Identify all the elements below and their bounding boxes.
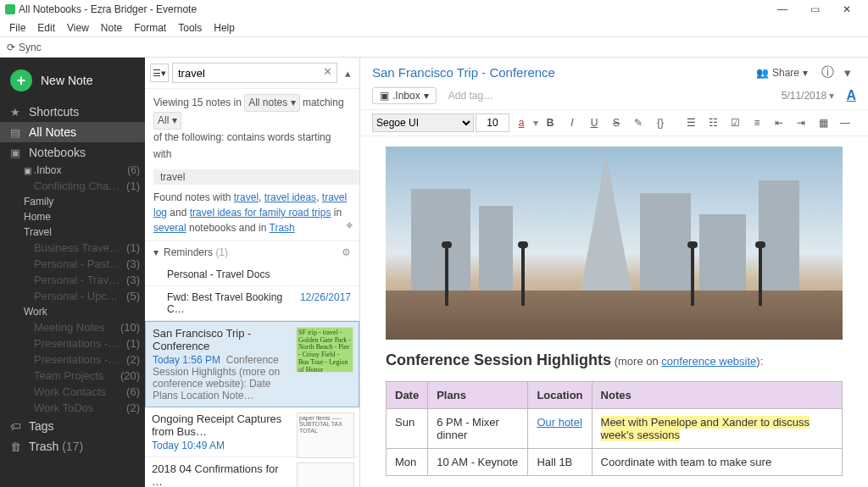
notebook-meeting-notes[interactable]: Meeting Notes(10) xyxy=(0,319,145,335)
reminder-item[interactable]: Fwd: Best Travel Booking C…12/26/2017 xyxy=(145,286,359,321)
notebook-past-travel[interactable]: Personal - Past Travel(3) xyxy=(0,256,145,272)
menu-note[interactable]: Note xyxy=(95,20,128,36)
notebook-upcoming[interactable]: Personal - Upcomi…(5) xyxy=(0,288,145,304)
table-button[interactable]: ▦ xyxy=(813,113,833,132)
font-color-button[interactable]: a xyxy=(511,113,531,132)
note-card[interactable]: Ongoing Receipt Captures from Bus… Today… xyxy=(145,407,359,457)
th-plans: Plans xyxy=(428,382,528,409)
indent-button[interactable]: ⇥ xyxy=(791,113,811,132)
info-icon[interactable]: ⓘ xyxy=(821,64,834,80)
notebook-family[interactable]: Family xyxy=(0,194,145,209)
scope-dropdown[interactable]: All notes ▾ xyxy=(244,94,299,112)
gear-icon[interactable]: ⚙ xyxy=(342,246,351,258)
sync-bar: ⟳ Sync xyxy=(0,37,868,58)
notebook-work[interactable]: Work xyxy=(0,304,145,319)
reminders-header[interactable]: ▾ Reminders (1) ⚙ xyxy=(145,241,359,263)
card-thumbnail: paper items ----- SUBTOTAL TAX TOTAL xyxy=(297,412,354,458)
note-icon: ▤ xyxy=(8,126,22,139)
highlight-button[interactable]: ✎ xyxy=(628,113,648,132)
reminder-item[interactable]: Personal - Travel Docs xyxy=(145,263,359,286)
notebook-team-projects[interactable]: Team Projects(20) xyxy=(0,368,145,384)
notebook-work-contacts[interactable]: Work Contacts(6) xyxy=(0,384,145,400)
notebook-business-travel[interactable]: Business Travel - re…(1) xyxy=(0,240,145,256)
found-link-travel[interactable]: travel xyxy=(234,191,259,203)
hr-button[interactable]: — xyxy=(835,113,855,132)
nav-shortcuts[interactable]: ★Shortcuts xyxy=(0,102,145,122)
sync-icon[interactable]: ⟳ xyxy=(7,42,15,53)
sync-label[interactable]: Sync xyxy=(19,42,42,53)
search-scope-icon[interactable]: ⌖ xyxy=(346,216,353,235)
menu-file[interactable]: File xyxy=(3,20,31,36)
notebook-selector[interactable]: ▣ .Inbox ▾ xyxy=(372,87,437,104)
notebook-travel[interactable]: Travel xyxy=(0,224,145,240)
bullets-button[interactable]: ☰ xyxy=(681,113,701,132)
code-button[interactable]: {} xyxy=(650,113,670,132)
app-icon xyxy=(5,4,15,14)
menu-view[interactable]: View xyxy=(61,20,95,36)
share-button[interactable]: 👥Share ▾ xyxy=(756,67,808,79)
menu-help[interactable]: Help xyxy=(208,20,241,36)
menu-format[interactable]: Format xyxy=(128,20,172,36)
strike-button[interactable]: S xyxy=(606,113,626,132)
card-thumbnail: SF trip - travel - Golden Gate Park - No… xyxy=(296,327,353,373)
sidebar: + New Note ★Shortcuts ▤All Notes ▣Notebo… xyxy=(0,58,145,487)
menu-tools[interactable]: Tools xyxy=(172,20,208,36)
th-location: Location xyxy=(528,382,592,409)
found-link-family-trips[interactable]: travel ideas for family road trips xyxy=(190,207,331,219)
menu-bar: File Edit View Note Format Tools Help xyxy=(0,19,868,37)
note-image xyxy=(386,147,843,340)
underline-button[interactable]: U xyxy=(584,113,604,132)
nav-tags[interactable]: 🏷Tags xyxy=(0,416,145,436)
note-list-panel: ☰▾ ✕ ▴ Viewing 15 notes in All notes ▾ m… xyxy=(145,58,360,487)
card-title: San Francisco Trip - Conference xyxy=(153,327,287,352)
conference-website-link[interactable]: conference website xyxy=(661,355,756,368)
found-link-several[interactable]: several xyxy=(153,222,186,234)
align-left-button[interactable]: ≡ xyxy=(747,113,767,132)
found-link-travel-ideas[interactable]: travel ideas xyxy=(264,191,316,203)
nav-trash[interactable]: 🗑Trash (17) xyxy=(0,436,145,457)
note-card[interactable]: 2018 04 Confirmations for … Today 10:49 … xyxy=(145,457,359,487)
note-cards: San Francisco Trip - Conference Today 1:… xyxy=(145,321,359,487)
filter-summary: Viewing 15 notes in All notes ▾ matching… xyxy=(145,89,359,166)
simplify-formatting-icon[interactable]: A xyxy=(846,88,856,103)
menu-edit[interactable]: Edit xyxy=(31,20,61,36)
window-title: All Notebooks - Ezra Bridger - Evernote xyxy=(19,3,197,15)
notebook-travel-d[interactable]: Personal - Travel D(3) xyxy=(0,272,145,288)
note-title[interactable]: San Francisco Trip - Conference xyxy=(372,65,756,80)
table-row: Sun 6 PM - Mixer dinner Our hotel Meet w… xyxy=(387,409,843,449)
match-dropdown[interactable]: All ▾ xyxy=(153,112,181,130)
font-select[interactable]: Segoe UI xyxy=(372,113,474,132)
minimize-button[interactable]: — xyxy=(766,3,798,15)
bold-button[interactable]: B xyxy=(540,113,560,132)
note-date: 5/11/2018 ▾ xyxy=(782,90,835,102)
format-toolbar: Segoe UI a▾ B I U S ✎ {} ☰ ☷ ☑ ≡ ⇤ ⇥ ▦ — xyxy=(360,110,868,136)
nav-all-notes[interactable]: ▤All Notes xyxy=(0,122,145,142)
search-input[interactable] xyxy=(172,63,337,83)
close-button[interactable]: ✕ xyxy=(831,3,863,15)
note-body[interactable]: Conference Session Highlights (more on c… xyxy=(360,136,868,487)
filter-tag[interactable]: travel xyxy=(153,169,359,185)
new-note-label: New Note xyxy=(41,74,92,87)
notebook-presentations-sales[interactable]: Presentations - Sales(2) xyxy=(0,351,145,368)
notebook-conflicting[interactable]: Conflicting Changes(1) xyxy=(0,178,145,194)
list-view-toggle[interactable]: ☰▾ xyxy=(150,64,169,82)
outdent-button[interactable]: ⇤ xyxy=(769,113,789,132)
our-hotel-link[interactable]: Our hotel xyxy=(537,416,581,429)
checkbox-button[interactable]: ☑ xyxy=(725,113,745,132)
clear-search-icon[interactable]: ✕ xyxy=(323,65,332,78)
more-icon[interactable]: ▾ xyxy=(844,65,851,80)
notebook-inbox[interactable]: ▣ .Inbox(6) xyxy=(0,163,145,178)
numbered-button[interactable]: ☷ xyxy=(703,113,723,132)
font-size-input[interactable] xyxy=(476,113,509,132)
nav-notebooks[interactable]: ▣Notebooks xyxy=(0,142,145,163)
expand-search-icon[interactable]: ▴ xyxy=(341,67,354,80)
italic-button[interactable]: I xyxy=(562,113,582,132)
new-note-button[interactable]: + New Note xyxy=(0,64,145,102)
notebook-home[interactable]: Home xyxy=(0,209,145,224)
note-card-selected[interactable]: San Francisco Trip - Conference Today 1:… xyxy=(145,321,359,407)
notebook-presentations-int[interactable]: Presentations - Int…(1) xyxy=(0,335,145,351)
maximize-button[interactable]: ▭ xyxy=(798,3,831,15)
notebook-work-todos[interactable]: Work ToDos(2) xyxy=(0,400,145,416)
add-tag-input[interactable]: Add tag… xyxy=(448,90,770,102)
found-link-trash[interactable]: Trash xyxy=(270,222,295,234)
